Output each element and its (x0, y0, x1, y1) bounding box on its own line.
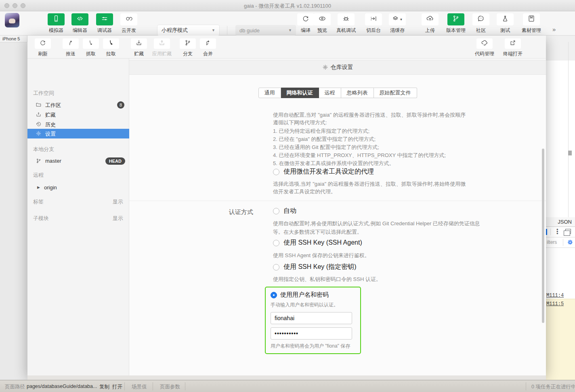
compile-mode-select[interactable]: db guide ▼ (235, 25, 296, 36)
external-link-icon (509, 39, 516, 48)
code-icon (76, 15, 84, 24)
cloud-loops-icon (125, 15, 133, 24)
tab-ignore-list[interactable]: 忽略列表 (341, 88, 374, 98)
sidebar-item-workspace[interactable]: 工作区 8 (27, 100, 129, 110)
merge-arrow-icon (204, 39, 212, 48)
proxy-rule-4: 4. 已经在环境变量 HTTP_PROXY、HTTPS_PROXY 中指定了的代… (273, 151, 468, 159)
submodule-show-button[interactable]: 显示 (113, 215, 123, 222)
sidebar-item-stash[interactable]: 贮藏 (27, 110, 129, 119)
copy-path-button[interactable]: 复制 (99, 384, 109, 390)
bug-icon (342, 15, 350, 24)
debugger-button[interactable]: 调试器 (92, 13, 118, 34)
cloud-sync-icon (481, 39, 488, 48)
editor-scrollbar[interactable] (568, 151, 572, 155)
auth-auto-radio-row[interactable]: 自动 (273, 207, 296, 215)
console-filter-row: ilters (546, 237, 575, 248)
radio-unchecked-icon[interactable] (273, 169, 279, 175)
git-branch-icon (184, 39, 191, 48)
git-code-manage-button[interactable]: 代码管理 (472, 38, 497, 57)
open-path-button[interactable]: 打开 (112, 384, 122, 390)
tags-show-button[interactable]: 显示 (113, 198, 123, 205)
auth-ssh-agent-desc: 使用 SSH Agent 保存的公钥来进行鉴权。 (273, 251, 489, 260)
toolbar-overflow-icon[interactable]: » (552, 26, 555, 33)
preview-button[interactable]: 预览 (309, 13, 335, 34)
proxy-rule-2: 2. 已经在 "gaia" 的配置中指定了的代理方式; (273, 135, 468, 143)
radio-unchecked-icon[interactable] (273, 264, 279, 270)
git-stash-button[interactable]: 贮藏 (128, 38, 150, 57)
git-panel: 刷新 推送 抓取 拉取 贮藏 应用贮藏 (27, 36, 546, 375)
username-input[interactable] (271, 312, 352, 324)
userpass-selected-box: 使用用户名和密码 手动输入用户名和密码以认证。 用户名和密码将会为用户 "fio… (265, 287, 361, 354)
tags-section-header: 标签 (33, 198, 44, 205)
flask-icon (501, 15, 509, 24)
page-params-button[interactable]: 页面参数 (160, 384, 180, 390)
community-button[interactable]: 社区 (468, 13, 494, 34)
radio-unchecked-icon[interactable] (273, 240, 279, 246)
proxy-rule-1: 1. 已经为特定远程仓库指定了的代理方式; (273, 127, 468, 135)
git-fetch-button[interactable]: 抓取 (80, 38, 102, 57)
gear-icon (36, 130, 42, 137)
submodule-section-header: 子模块 (33, 215, 49, 222)
auth-ssh-key-radio-row[interactable]: 使用 SSH Key (指定密钥) (273, 263, 356, 271)
workspace-count-badge: 8 (117, 101, 124, 109)
upload-button[interactable]: 上传 (417, 13, 443, 34)
version-manage-button[interactable]: 版本管理 (443, 13, 469, 34)
simulator-button[interactable]: 模拟器 (43, 13, 69, 34)
chevron-down-icon: ▼ (212, 28, 215, 32)
auth-userpass-radio-row[interactable]: 使用用户名和密码 (271, 291, 355, 299)
editor-button[interactable]: 编辑器 (67, 13, 93, 34)
userpass-save-note: 用户名和密码将会为用户 "fiona" 保存 (271, 343, 355, 350)
sidebar-item-remote-origin[interactable]: ▶ origin (27, 183, 129, 193)
cloud-dev-button[interactable]: 云开发 (116, 13, 142, 34)
settings-title: 仓库设置 (331, 64, 353, 71)
git-push-button[interactable]: 推送 (59, 38, 82, 57)
workspace-section-header: 工作空间 (33, 90, 54, 97)
clear-cache-button[interactable]: ▼ 清缓存 (384, 13, 410, 34)
real-device-debug-button[interactable]: 真机调试 (333, 13, 359, 34)
proxy-option-radio-row[interactable]: 使用微信开发者工具设定的代理 (273, 168, 374, 176)
sidebar-item-branch-master[interactable]: master HEAD (27, 156, 129, 166)
arrow-to-bar-icon (369, 15, 378, 24)
auth-ssh-agent-radio-row[interactable]: 使用 SSH Key (SSH Agent) (273, 239, 362, 247)
eye-icon (318, 15, 326, 24)
bookmark-box-icon (527, 15, 535, 24)
json-tab[interactable]: JSON (546, 217, 575, 227)
tab-general[interactable]: 通用 (258, 88, 281, 98)
git-refresh-button[interactable]: 刷新 (31, 38, 54, 57)
git-merge-button[interactable]: 合并 (197, 38, 219, 57)
proxy-rule-5: 5. 在微信开发者工具或操作系统中设置的代理方式。 (273, 159, 468, 167)
sidebar-item-history[interactable]: 历史 (27, 119, 129, 129)
tab-raw-config[interactable]: 原始配置文件 (374, 88, 417, 98)
radio-checked-icon[interactable] (271, 292, 277, 298)
filters-label: ilters (547, 239, 557, 245)
kebab-menu-icon[interactable]: ••• (556, 228, 558, 235)
panels-icon[interactable] (565, 229, 571, 234)
git-apply-stash-button[interactable]: 应用贮藏 (149, 38, 175, 57)
settings-scrollbar[interactable] (542, 149, 544, 323)
git-branch-button[interactable]: 分支 (176, 38, 199, 57)
password-input[interactable] (271, 327, 352, 340)
gear-icon (322, 64, 328, 71)
material-manage-button[interactable]: 素材管理 (518, 13, 544, 34)
scene-value-button[interactable]: 场景值 (132, 384, 147, 390)
tab-remote[interactable]: 远程 (319, 88, 341, 98)
git-terminal-button[interactable]: 终端打开 (500, 38, 526, 57)
git-pull-button[interactable]: 拉取 (100, 38, 122, 57)
device-tab[interactable]: iPhone 5 (0, 36, 27, 42)
page-path-value: pages/databaseGuide/databa... (27, 384, 97, 389)
console-source-link[interactable]: M111:5 (546, 301, 564, 307)
console-source-link[interactable]: M111:4 (546, 293, 564, 298)
mode-select[interactable]: 小程序模式 ▼ (157, 25, 219, 36)
chevron-down-icon: ▼ (400, 18, 403, 21)
tab-network-auth[interactable]: 网络和认证 (281, 88, 319, 98)
radio-unchecked-icon[interactable] (273, 208, 279, 214)
test-button[interactable]: 测试 (492, 13, 518, 34)
switch-background-button[interactable]: 切后台 (361, 13, 386, 34)
user-avatar[interactable] (5, 13, 19, 27)
sidebar-item-settings[interactable]: 设置 (27, 129, 129, 138)
settings-gear-icon[interactable] (567, 239, 573, 245)
settings-header: 仓库设置 (129, 60, 546, 75)
auth-ssh-key-desc: 使用指定公钥、私钥和密码口令的 SSH 认证。 (273, 275, 489, 283)
simulator-area: iPhone 5 (0, 36, 27, 380)
proxy-rule-3: 3. 已经在通用的 Git 配置中指定了的代理方式; (273, 143, 468, 151)
